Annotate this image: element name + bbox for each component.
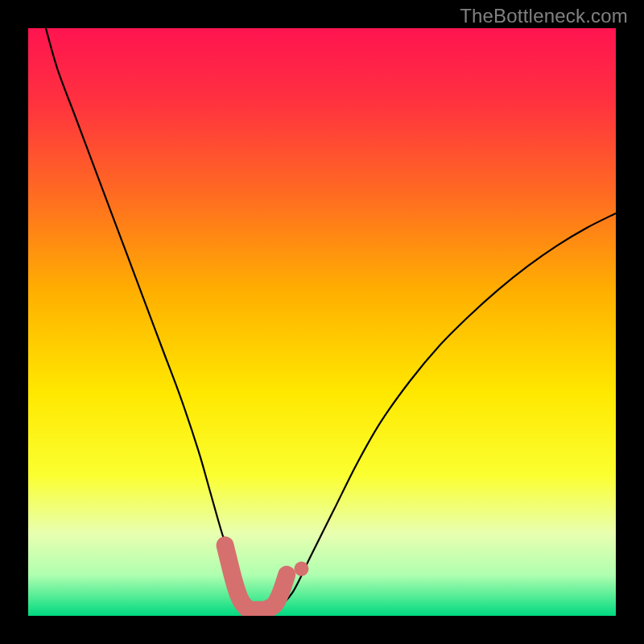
plot-area: [28, 28, 616, 616]
watermark-text: TheBottleneck.com: [460, 5, 628, 27]
gradient-background: [28, 28, 616, 616]
highlight-dot-icon: [294, 562, 308, 576]
plot-svg: [28, 28, 616, 616]
chart-frame: TheBottleneck.com: [0, 0, 644, 644]
